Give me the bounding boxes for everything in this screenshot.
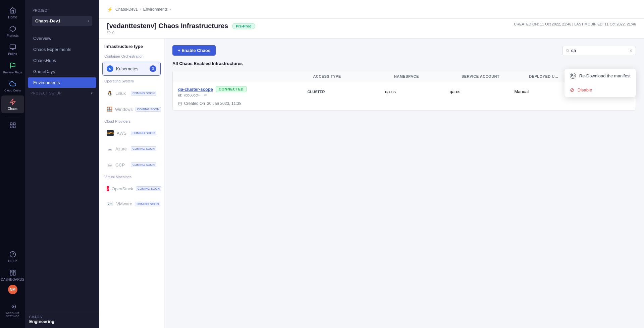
infra-option-openstack[interactable]: ○ OpenStack COMING SOON: [102, 182, 161, 195]
search-input[interactable]: [571, 48, 628, 53]
project-setup-label: PROJECT SETUP: [31, 91, 62, 95]
avatar[interactable]: NM: [8, 285, 17, 294]
sidebar-item-environments[interactable]: Environments: [28, 77, 96, 88]
id-label: id:: [178, 93, 182, 97]
linux-icon: 🐧: [107, 90, 113, 96]
chaos-icon: [9, 98, 16, 106]
svg-rect-14: [10, 272, 12, 275]
infra-option-windows[interactable]: 🪟 Windows COMING SOON: [102, 103, 161, 116]
created-on-label: Created On: [184, 101, 205, 106]
svg-rect-13: [13, 270, 15, 271]
svg-rect-9: [13, 126, 15, 128]
infra-option-linux[interactable]: 🐧 Linux COMING SOON: [102, 86, 161, 100]
nav-item-home[interactable]: Home: [1, 4, 24, 22]
project-selector[interactable]: Chaos-Dev1 ›: [32, 16, 92, 26]
infra-option-gcp[interactable]: ◎ GCP COMING SOON: [102, 158, 161, 172]
redownload-icon: ↻: [570, 73, 576, 79]
nav-item-projects[interactable]: Projects: [1, 22, 24, 40]
sidebar-item-overview[interactable]: Overview: [28, 33, 96, 44]
main-panel: + Enable Chaos × All Chaos Enabled Infra…: [164, 39, 644, 328]
context-menu-redownload[interactable]: ↻ Re-Download the manifest: [565, 69, 636, 83]
openstack-icon: ○: [107, 186, 109, 191]
page-title-row: [vedanttestenv] Chaos Infrastructures Pr…: [107, 22, 514, 30]
svg-rect-7: [13, 123, 15, 125]
breadcrumb-project[interactable]: Chaos-Dev1: [115, 7, 138, 12]
created-on: CREATED ON: 11 Oct 2022, 21:46: [514, 22, 571, 26]
disable-icon: ⊘: [570, 87, 574, 93]
nav-item-feature-flags[interactable]: Feature Flags: [1, 59, 24, 77]
nav-item-grid[interactable]: [1, 119, 24, 132]
infra-option-kubernetes[interactable]: K Kubernetes 3: [102, 62, 161, 76]
created-on-value: 30 Jan 2023, 11:38: [207, 101, 241, 106]
connected-badge: CONNECTED: [216, 86, 247, 92]
copy-icon[interactable]: ⧉: [204, 93, 207, 97]
cloud-costs-icon: [9, 80, 16, 87]
infra-option-aws[interactable]: AWS AWS COMING SOON: [102, 127, 161, 139]
namespace-value: qa-cs: [385, 89, 396, 94]
linux-coming-soon: COMING SOON: [131, 91, 156, 95]
openstack-label: OpenStack: [112, 186, 133, 191]
context-menu-disable[interactable]: ⊘ Disable: [565, 83, 636, 97]
sidebar-item-gamedays[interactable]: GameDays: [28, 66, 96, 77]
nav-item-chaos[interactable]: Chaos: [1, 95, 24, 113]
svg-rect-20: [179, 102, 182, 105]
icon-nav-top: Home Projects Builds Feature Flags Cloud…: [1, 4, 24, 247]
nav-item-help[interactable]: HELP: [1, 248, 24, 266]
windows-icon: 🪟: [107, 106, 112, 112]
breadcrumb-environments[interactable]: Environments: [143, 7, 168, 12]
top-bar: ⚡ Chaos-Dev1 › Environments ›: [99, 0, 644, 19]
svg-point-18: [566, 49, 569, 52]
gcp-coming-soon: COMING SOON: [131, 162, 156, 167]
redownload-label: Re-Download the manifest: [579, 73, 631, 78]
nav-item-dashboards[interactable]: DASHBOARDS: [1, 266, 24, 284]
infra-row-bottom: Created On 30 Jan 2023, 11:38: [178, 99, 630, 110]
breadcrumb-sep-2: ›: [170, 7, 171, 12]
col-header-name: [178, 74, 313, 78]
sidebar-section-project-setup[interactable]: PROJECT SETUP ▼: [25, 88, 99, 96]
nav-item-account-settings[interactable]: ACCOUNT SETTINGS: [1, 300, 24, 321]
tag-icon: [107, 31, 111, 35]
icon-nav: Home Projects Builds Feature Flags Cloud…: [0, 0, 25, 328]
env-badge: Pre-Prod: [232, 23, 255, 29]
help-icon: [9, 251, 16, 258]
svg-marker-5: [10, 99, 15, 105]
infra-name-link[interactable]: qa-cluster-scope: [178, 87, 213, 92]
vmware-icon: vm: [107, 202, 113, 206]
enable-chaos-button[interactable]: + Enable Chaos: [172, 45, 216, 56]
os-section: Operating System: [99, 77, 164, 85]
svg-rect-1: [10, 45, 15, 49]
disable-label: Disable: [578, 87, 592, 92]
clear-search-button[interactable]: ×: [630, 48, 632, 53]
account-settings-icon: [9, 303, 16, 310]
calendar-icon: [178, 102, 182, 106]
section-title: All Chaos Enabled Infrastructures: [172, 61, 636, 66]
sidebar-item-chaos-experiments[interactable]: Chaos Experiments: [28, 44, 96, 55]
container-orchestration-section: Container Orchestration: [99, 52, 164, 60]
breadcrumb: Chaos-Dev1 › Environments ›: [115, 7, 171, 12]
nav-item-feature-flags-label: Feature Flags: [3, 71, 22, 74]
sidebar-bottom: CHAOS Engineering: [25, 311, 99, 328]
chaos-brand-icon: ⚡: [107, 7, 113, 12]
nav-item-cloud-costs[interactable]: Cloud Costs: [1, 77, 24, 95]
infra-option-azure[interactable]: ☁ Azure COMING SOON: [102, 142, 161, 155]
svg-rect-8: [10, 126, 12, 128]
sidebar-item-chaoships[interactable]: ChaosHubs: [28, 55, 96, 66]
infra-type-header: Infrastructure type: [99, 39, 164, 52]
feature-flags-icon: [9, 62, 16, 69]
infra-option-vmware[interactable]: vm VMware COMING SOON: [102, 198, 161, 210]
icon-nav-bottom: HELP DASHBOARDS NM ACCOUNT SETTINGS: [1, 248, 24, 324]
access-type-value: CLUSTER: [308, 90, 325, 94]
main-content: ⚡ Chaos-Dev1 › Environments › [vedanttes…: [99, 0, 644, 328]
gcp-icon: ◎: [107, 162, 113, 168]
nav-item-builds[interactable]: Builds: [1, 41, 24, 59]
nav-item-dashboards-label: DASHBOARDS: [1, 278, 24, 281]
kubernetes-badge: 3: [150, 65, 156, 72]
builds-icon: [9, 44, 16, 51]
infra-id: id: 7bb60ccf-... ⧉: [178, 93, 308, 97]
vmware-coming-soon: COMING SOON: [135, 202, 160, 206]
aws-label: AWS: [117, 131, 126, 136]
collapse-arrow-icon: ▼: [90, 91, 94, 95]
svg-line-19: [568, 51, 569, 52]
chaos-label: CHAOS: [29, 315, 95, 319]
svg-rect-15: [13, 272, 15, 275]
